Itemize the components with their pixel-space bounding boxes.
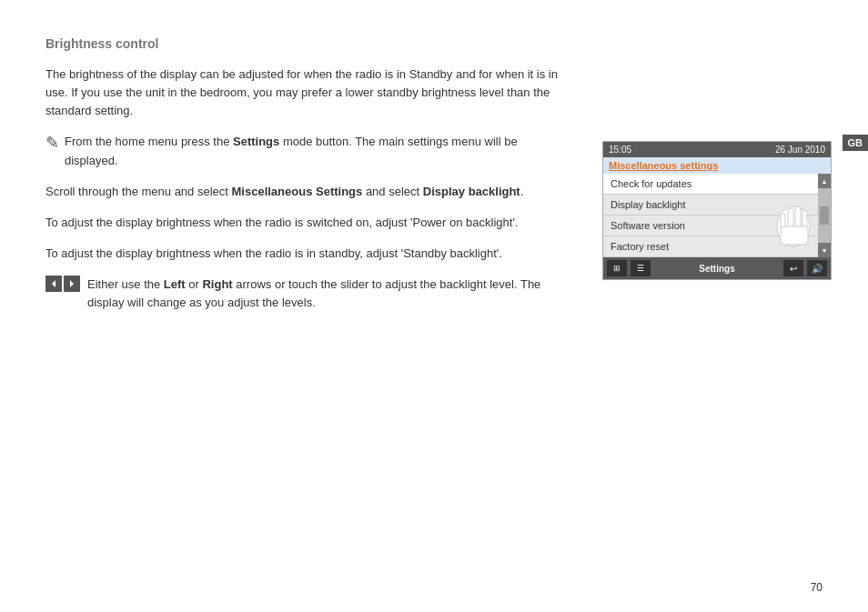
device-date: 26 Jun 2010 xyxy=(775,145,825,155)
standby-paragraph: To adjust the display brightness when th… xyxy=(45,245,573,263)
menu-item-check-updates[interactable]: Check for updates xyxy=(603,174,818,195)
page-number: 70 xyxy=(811,581,823,594)
arrow-instruction: Either use the Left or Right arrows or t… xyxy=(45,276,573,312)
scroll-down-arrow[interactable]: ▼ xyxy=(818,243,831,257)
footer-volume-icon[interactable]: 🔊 xyxy=(807,260,827,276)
menu-item-display-backlight[interactable]: Display backlight xyxy=(603,195,818,216)
footer-menu-icon: ☰ xyxy=(631,260,651,276)
section-title: Brightness control xyxy=(45,36,823,51)
device-title-bar: Miscellaneous settings xyxy=(603,157,831,174)
left-arrow-icon xyxy=(45,276,62,292)
display-backlight-bold: Display backlight xyxy=(423,185,520,198)
right-bold: Right xyxy=(202,277,232,291)
scrollbar[interactable]: ▲ ▼ xyxy=(818,174,831,257)
menu-item-factory-reset[interactable]: Factory reset xyxy=(603,236,818,257)
svg-marker-1 xyxy=(70,280,74,287)
instruction-settings: ✎ From the home menu press the Settings … xyxy=(45,133,573,169)
power-on-paragraph: To adjust the display brightness when th… xyxy=(45,214,573,232)
page-container: GB Brightness control The brightness of … xyxy=(0,0,868,612)
scroll-thumb xyxy=(820,206,829,225)
settings-bold: Settings xyxy=(233,135,279,148)
menu-item-software-version[interactable]: Software version xyxy=(603,216,818,236)
footer-grid-icon: ⊞ xyxy=(607,260,627,276)
device-footer: ⊞ ☰ Settings ↩ 🔊 xyxy=(603,257,831,279)
footer-back-icon[interactable]: ↩ xyxy=(783,260,803,276)
left-bold: Left xyxy=(164,277,186,291)
device-menu-title: Miscellaneous settings xyxy=(609,160,718,171)
arrow-icons xyxy=(45,276,80,292)
svg-marker-0 xyxy=(52,280,56,287)
gb-badge: GB xyxy=(843,135,869,151)
scroll-up-arrow[interactable]: ▲ xyxy=(818,174,831,188)
arrow-instruction-text: Either use the Left or Right arrows or t… xyxy=(87,276,573,312)
footer-settings-label: Settings xyxy=(654,264,780,274)
device-screen: 15:05 26 Jun 2010 Miscellaneous settings… xyxy=(602,141,832,280)
scroll-paragraph: Scroll through the menu and select Misce… xyxy=(45,183,573,201)
menu-items-list: Check for updates Display backlight Soft… xyxy=(603,174,818,257)
instruction-settings-text: From the home menu press the Settings mo… xyxy=(65,133,573,169)
menu-with-scrollbar: Check for updates Display backlight Soft… xyxy=(603,174,831,257)
device-header: 15:05 26 Jun 2010 xyxy=(603,142,831,157)
note-icon: ✎ xyxy=(45,133,59,153)
intro-paragraph: The brightness of the display can be adj… xyxy=(45,65,573,120)
misc-settings-bold: Miscellaneous Settings xyxy=(232,185,363,198)
right-arrow-icon xyxy=(64,276,80,292)
device-time: 15:05 xyxy=(609,145,631,155)
